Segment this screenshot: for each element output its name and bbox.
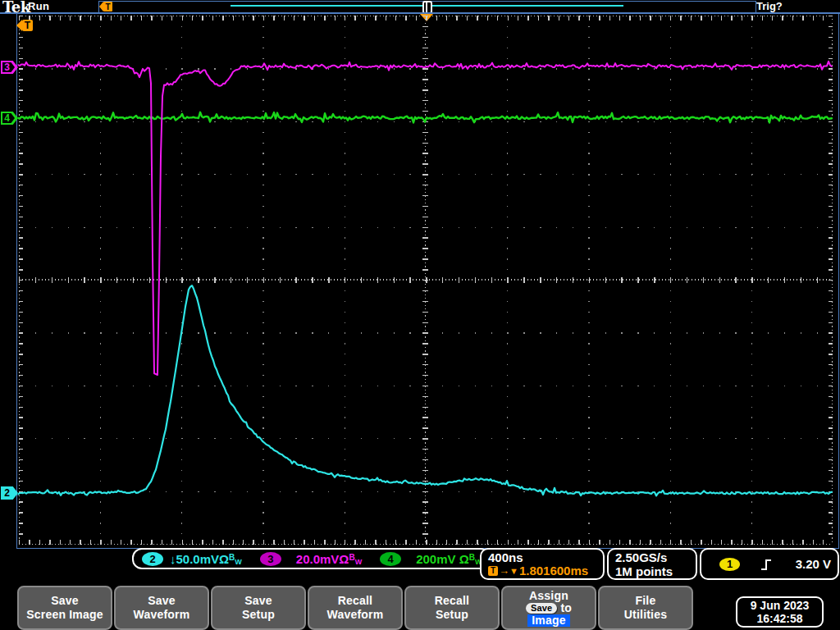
channel-4-scale: 200mV ΩBW: [416, 552, 482, 566]
save-key-icon: Save: [526, 603, 558, 614]
channel-2-scale: ↓50.0mVΩBW: [170, 552, 242, 566]
assign-highlight: Image: [527, 614, 569, 627]
save-screen-image-button[interactable]: SaveScreen Image: [17, 586, 112, 630]
recall-setup-button[interactable]: RecallSetup: [404, 586, 500, 630]
channel-readout-box: 2 ↓50.0mVΩBW 3 20.0mVΩBW 4 200mV ΩBW: [132, 548, 491, 569]
time-per-division: 400ns: [488, 550, 596, 564]
datetime-box: 9 Jun 2023 16:42:58: [736, 596, 824, 628]
date-label: 9 Jun 2023: [737, 599, 822, 612]
time-label: 16:42:58: [737, 612, 822, 625]
record-length: 1M points: [615, 564, 689, 578]
trigger-level-value: 3.20 V: [796, 557, 831, 571]
trace-ch2_cyan: [18, 285, 832, 495]
channel-3-badge[interactable]: 3: [260, 552, 281, 566]
delay-value: 1.801600ms: [519, 564, 588, 578]
acquisition-readout-box[interactable]: 2.50GS/s 1M points: [607, 548, 697, 580]
trigger-t-icon: T: [488, 566, 498, 576]
trace-ch3_magenta: [18, 62, 832, 375]
rising-edge-icon: [760, 557, 773, 572]
waveform-display: [0, 0, 840, 630]
trace-ch4_green: [18, 112, 832, 123]
assign-save-to-image-button[interactable]: Assign Save to Image: [501, 586, 596, 630]
oscilloscope-screen: Tek Run T Trig? T 3 4 2 2 ↓50.0mVΩBW 3: [0, 0, 840, 630]
recall-waveform-button[interactable]: RecallWaveform: [308, 586, 403, 630]
channel-4-badge[interactable]: 4: [380, 552, 401, 566]
save-waveform-button[interactable]: SaveWaveform: [114, 586, 209, 630]
save-setup-button[interactable]: SaveSetup: [211, 586, 306, 630]
channel-2-badge[interactable]: 2: [142, 552, 163, 566]
file-utilities-button[interactable]: FileUtilities: [598, 586, 693, 630]
horizontal-delay: T → ▼ 1.801600ms: [488, 564, 596, 578]
channel-3-scale: 20.0mVΩBW: [296, 552, 362, 566]
down-triangle-icon: ▼: [509, 564, 518, 578]
horizontal-readout-box[interactable]: 400ns T → ▼ 1.801600ms: [480, 548, 605, 580]
sample-rate: 2.50GS/s: [615, 550, 689, 564]
trigger-source-badge: 1: [719, 558, 740, 571]
trigger-readout-box[interactable]: 1 3.20 V: [700, 548, 839, 580]
